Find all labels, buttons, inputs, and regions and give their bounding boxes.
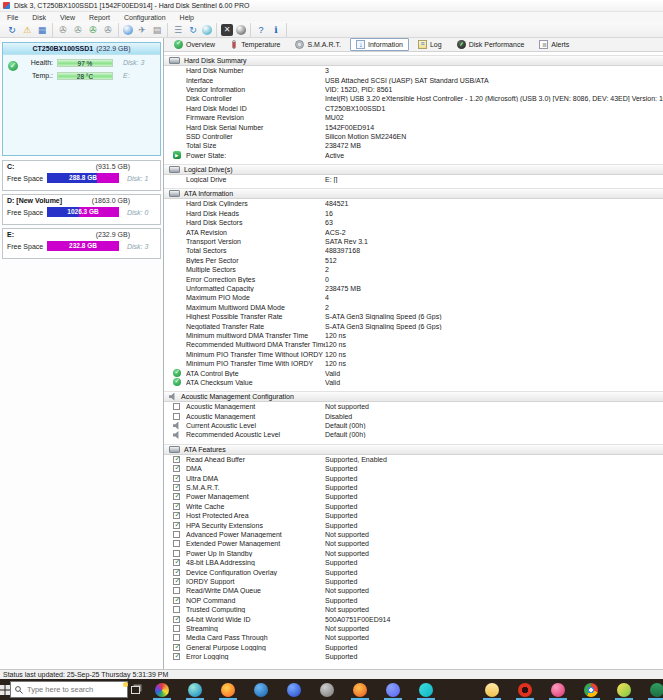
checkbox-checked-icon[interactable] <box>173 578 180 585</box>
printer-icon[interactable]: ▤ <box>151 24 163 36</box>
disk-tool-3-icon[interactable]: ✇ <box>87 24 99 36</box>
info-row: DMASupported <box>164 464 663 473</box>
row-icon-slot <box>173 540 186 547</box>
checkbox-unchecked-icon[interactable] <box>173 634 180 641</box>
tab-alerts[interactable]: Alerts <box>533 38 575 51</box>
row-value: Not supported <box>325 625 663 632</box>
checkbox-checked-icon[interactable] <box>173 559 180 566</box>
app-chrome[interactable] <box>579 679 603 700</box>
app-outlook[interactable] <box>249 679 273 700</box>
section-header[interactable]: Logical Drive(s) <box>164 164 663 175</box>
app-store[interactable] <box>447 679 471 700</box>
checkbox-checked-icon[interactable] <box>173 503 180 510</box>
menu-configuration[interactable]: Configuration <box>117 14 173 21</box>
app-firefox[interactable] <box>216 679 240 700</box>
search-input[interactable] <box>27 685 127 694</box>
app-gray-pin[interactable] <box>315 679 339 700</box>
speaker-icon <box>169 393 177 401</box>
volume-panel-e[interactable]: E:(232.9 GB)Free Space232.8 GBDisk: 3 <box>2 228 161 259</box>
disk-tool-2-icon[interactable]: ✇ <box>72 24 84 36</box>
app-yellow-green[interactable] <box>612 679 636 700</box>
app-opera[interactable] <box>513 679 537 700</box>
app-excel[interactable] <box>645 679 663 700</box>
checkbox-checked-icon[interactable] <box>173 512 180 519</box>
tab-temperature[interactable]: Temperature <box>224 38 286 51</box>
menu-view[interactable]: View <box>53 14 82 21</box>
row-value: 120 ns <box>325 341 663 348</box>
tab-overview[interactable]: Overview <box>168 38 221 51</box>
sync-icon[interactable]: ↻ <box>187 24 199 36</box>
info-row: Error LoggingSupported <box>164 652 663 661</box>
section-header[interactable]: ATA Features <box>164 444 663 455</box>
app-edge[interactable] <box>183 679 207 700</box>
app-capcut-icon <box>419 683 433 697</box>
start-button[interactable] <box>0 679 10 700</box>
checkbox-checked-icon[interactable] <box>173 475 180 482</box>
row-value: E: [] <box>325 176 663 183</box>
info-row: NOP CommandSupported <box>164 596 663 605</box>
checkbox-unchecked-icon[interactable] <box>173 587 180 594</box>
refresh-icon[interactable]: ↻ <box>6 24 18 36</box>
web-icon[interactable] <box>202 25 212 35</box>
row-icon-slot <box>173 616 186 623</box>
menu-report[interactable]: Report <box>82 14 117 21</box>
app-discord[interactable] <box>381 679 405 700</box>
info-row: Minimum multiword DMA Transfer Time120 n… <box>164 331 663 340</box>
checkbox-checked-icon[interactable] <box>173 569 180 576</box>
tab-information[interactable]: Information <box>350 38 409 51</box>
volume-panel-c[interactable]: C:(931.5 GB)Free Space288.8 GBDisk: 1 <box>2 160 161 191</box>
disk-tool-4-icon[interactable]: ✇ <box>102 24 114 36</box>
checkbox-checked-icon[interactable] <box>173 493 180 500</box>
row-label: ATA Revision <box>186 229 325 236</box>
menu-disk[interactable]: Disk <box>25 14 53 21</box>
checkbox-checked-icon[interactable] <box>173 484 180 491</box>
checkbox-checked-icon[interactable] <box>173 522 180 529</box>
app-blue-tool[interactable] <box>282 679 306 700</box>
checkbox-checked-icon[interactable] <box>173 465 180 472</box>
device-list-icon[interactable]: ☰ <box>172 24 184 36</box>
section-header[interactable]: Hard Disk Summary <box>164 55 663 66</box>
disk-panel-selected[interactable]: CT250BX100SSD1 (232.9 GB) ✓ Health: 97 %… <box>2 42 161 156</box>
menu-file[interactable]: File <box>0 14 25 21</box>
task-view-button[interactable] <box>131 679 140 700</box>
checkbox-unchecked-icon[interactable] <box>173 550 180 557</box>
app-file-explorer[interactable] <box>480 679 504 700</box>
remote-icon[interactable]: ✈ <box>136 24 148 36</box>
about-info-icon[interactable]: ℹ <box>270 24 282 36</box>
checkbox-checked-icon[interactable] <box>173 456 180 463</box>
help-icon[interactable]: ? <box>255 24 267 36</box>
app-capcut[interactable] <box>414 679 438 700</box>
row-label: Hard Disk Cylinders <box>186 200 325 207</box>
network-globe-icon[interactable] <box>123 25 133 35</box>
section-header[interactable]: ATA Information <box>164 188 663 199</box>
volume-panel-d[interactable]: D: [New Volume](1863.0 GB)Free Space1026… <box>2 194 161 225</box>
disk-tool-1-icon[interactable]: ✇ <box>57 24 69 36</box>
checkbox-checked-icon[interactable] <box>173 644 180 651</box>
checkbox-unchecked-icon[interactable] <box>173 625 180 632</box>
tab-disk-performance[interactable]: Disk Performance <box>451 38 531 51</box>
app-swirl[interactable] <box>150 679 174 700</box>
tab-log[interactable]: Log <box>412 38 448 51</box>
app-firefox-2[interactable] <box>348 679 372 700</box>
info-row: Current Acoustic LevelDefault (00h) <box>164 421 663 430</box>
checkbox-unchecked-icon[interactable] <box>173 403 180 410</box>
app-pink-game[interactable] <box>546 679 570 700</box>
checkbox-checked-icon[interactable] <box>173 597 180 604</box>
checkbox-unchecked-icon[interactable] <box>173 540 180 547</box>
row-label: Recommended Acoustic Level <box>186 431 325 438</box>
checkbox-unchecked-icon[interactable] <box>173 531 180 538</box>
checkbox-checked-icon[interactable] <box>173 616 180 623</box>
menu-help[interactable]: Help <box>173 14 201 21</box>
taskbar-search[interactable] <box>10 681 128 698</box>
close-dark-icon[interactable]: ✕ <box>221 24 233 36</box>
volume-header: D: [New Volume](1863.0 GB) <box>7 197 156 204</box>
checkbox-checked-icon[interactable] <box>173 653 180 660</box>
checkbox-unchecked-icon[interactable] <box>173 413 180 420</box>
sphere-dark-icon[interactable] <box>236 25 246 35</box>
monitor-icon[interactable]: ▦ <box>36 24 48 36</box>
search-icon <box>15 686 23 694</box>
section-header[interactable]: Acoustic Management Configuration <box>164 391 663 402</box>
checkbox-unchecked-icon[interactable] <box>173 606 180 613</box>
problem-report-icon[interactable]: ⚠ <box>21 24 33 36</box>
tab-s-m-a-r-t-[interactable]: S.M.A.R.T. <box>289 38 346 51</box>
